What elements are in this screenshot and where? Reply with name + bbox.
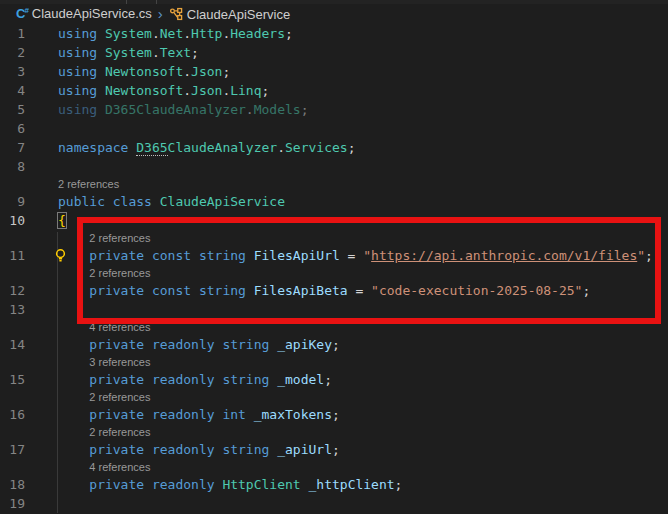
- code-token: private: [89, 283, 144, 298]
- code-line-13[interactable]: 13: [0, 300, 668, 319]
- code-token: [144, 407, 152, 422]
- code-token: FilesApiBeta: [254, 283, 348, 298]
- line-number: 8: [0, 157, 34, 176]
- code-token: [152, 194, 160, 209]
- code-token: [58, 283, 89, 298]
- line-number: 17: [0, 440, 34, 459]
- breadcrumb-symbol[interactable]: ClaudeApiService: [169, 7, 290, 22]
- code-token: .: [183, 64, 191, 79]
- code-text: using System.Text;: [34, 43, 199, 62]
- code-token: ": [363, 248, 371, 263]
- code-line-1[interactable]: 1using System.Net.Http.Headers;: [0, 24, 668, 43]
- code-token: string: [222, 372, 269, 387]
- code-line-8[interactable]: 8: [0, 157, 668, 176]
- code-token: _apiKey: [277, 337, 332, 352]
- code-token: [269, 337, 277, 352]
- breadcrumb-file-label: ClaudeApiService.cs: [32, 6, 152, 21]
- code-token: D365: [136, 140, 167, 156]
- code-line-3[interactable]: 3using Newtonsoft.Json;: [0, 62, 668, 81]
- code-token: .: [246, 102, 254, 117]
- line-number: 4: [0, 81, 34, 100]
- code-token: Json: [191, 83, 222, 98]
- code-token: "code-execution-2025-08-25": [371, 283, 582, 298]
- code-token: private: [89, 372, 144, 387]
- code-line-4[interactable]: 4using Newtonsoft.Json.Linq;: [0, 81, 668, 100]
- line-number: 13: [0, 300, 34, 319]
- code-token: ;: [191, 45, 199, 60]
- code-token: _model: [277, 372, 324, 387]
- code-line-17[interactable]: 17 private readonly string _apiUrl;: [0, 440, 668, 459]
- code-text: using Newtonsoft.Json.Linq;: [34, 81, 269, 100]
- line-number: 18: [0, 475, 34, 494]
- code-token: [58, 407, 89, 422]
- code-token: [105, 194, 113, 209]
- code-token: string: [222, 337, 269, 352]
- code-token: [97, 102, 105, 117]
- code-line-6[interactable]: 6: [0, 119, 668, 138]
- code-token: namespace: [58, 140, 128, 155]
- code-token: ;: [582, 283, 590, 298]
- line-number: 7: [0, 138, 34, 157]
- line-number: 16: [0, 405, 34, 424]
- code-token: System: [105, 26, 152, 41]
- breadcrumb-file[interactable]: C# ClaudeApiService.cs: [16, 6, 152, 21]
- code-token: [144, 372, 152, 387]
- code-line-18[interactable]: 18 private readonly HttpClient _httpClie…: [0, 475, 668, 494]
- code-token: ;: [395, 477, 403, 492]
- code-token: [58, 372, 89, 387]
- code-token: .: [152, 45, 160, 60]
- line-number: 6: [0, 119, 34, 138]
- code-line-9[interactable]: 9public class ClaudeApiService: [0, 192, 668, 211]
- codelens-references[interactable]: 2 references: [0, 424, 668, 440]
- quick-fix-lightbulb-icon[interactable]: [53, 248, 68, 263]
- code-token: [58, 442, 89, 457]
- code-line-16[interactable]: 16 private readonly int _maxTokens;: [0, 405, 668, 424]
- code-token: Linq: [230, 83, 261, 98]
- code-text: public class ClaudeApiService: [34, 192, 285, 211]
- code-token: .: [152, 26, 160, 41]
- code-text: private readonly string _apiKey;: [34, 335, 340, 354]
- code-token: ;: [348, 140, 356, 155]
- codelens-references[interactable]: 4 references: [0, 319, 668, 335]
- breadcrumb: C# ClaudeApiService.cs › ClaudeApiServic…: [0, 4, 668, 24]
- code-line-5[interactable]: 5using D365ClaudeAnalyzer.Models;: [0, 100, 668, 119]
- code-token: using: [58, 102, 97, 117]
- code-token: private: [89, 477, 144, 492]
- code-token: Headers: [230, 26, 285, 41]
- code-line-7[interactable]: 7namespace D365ClaudeAnalyzer.Services;: [0, 138, 668, 157]
- code-line-10[interactable]: 10{: [0, 211, 668, 230]
- code-line-14[interactable]: 14 private readonly string _apiKey;: [0, 335, 668, 354]
- code-line-15[interactable]: 15 private readonly string _model;: [0, 370, 668, 389]
- code-token: [144, 442, 152, 457]
- codelens-references[interactable]: 2 references: [0, 389, 668, 405]
- codelens-references[interactable]: 2 references: [0, 230, 668, 246]
- code-token: ;: [262, 83, 270, 98]
- code-token: Newtonsoft: [105, 83, 183, 98]
- codelens-references[interactable]: 4 references: [0, 459, 668, 475]
- code-editor-window: C# ClaudeApiService.cs › ClaudeApiServic…: [0, 0, 668, 514]
- codelens-references[interactable]: 2 references: [0, 176, 668, 192]
- code-token: ClaudeApiService: [160, 194, 285, 209]
- breadcrumb-symbol-label: ClaudeApiService: [187, 7, 290, 22]
- code-text: using D365ClaudeAnalyzer.Models;: [34, 100, 308, 119]
- code-token: [301, 477, 309, 492]
- code-token: private: [89, 442, 144, 457]
- code-token: [269, 442, 277, 457]
- code-text: private const string FilesApiBeta = "cod…: [34, 281, 590, 300]
- code-token: readonly: [152, 477, 215, 492]
- code-token: using: [58, 83, 97, 98]
- code-line-12[interactable]: 12 private const string FilesApiBeta = "…: [0, 281, 668, 300]
- codelens-references[interactable]: 3 references: [0, 354, 668, 370]
- line-number: 2: [0, 43, 34, 62]
- codelens-references[interactable]: 2 references: [0, 265, 668, 281]
- code-token: .: [277, 140, 285, 155]
- chevron-right-icon: ›: [158, 6, 163, 21]
- code-token: [144, 477, 152, 492]
- code-line-19[interactable]: 19: [0, 494, 668, 513]
- code-token: ;: [332, 407, 340, 422]
- code-line-11[interactable]: 11 private const string FilesApiUrl = "h…: [0, 246, 668, 265]
- code-text: private readonly HttpClient _httpClient;: [34, 475, 402, 494]
- code-token: readonly: [152, 337, 215, 352]
- code-token: _apiUrl: [277, 442, 332, 457]
- code-line-2[interactable]: 2using System.Text;: [0, 43, 668, 62]
